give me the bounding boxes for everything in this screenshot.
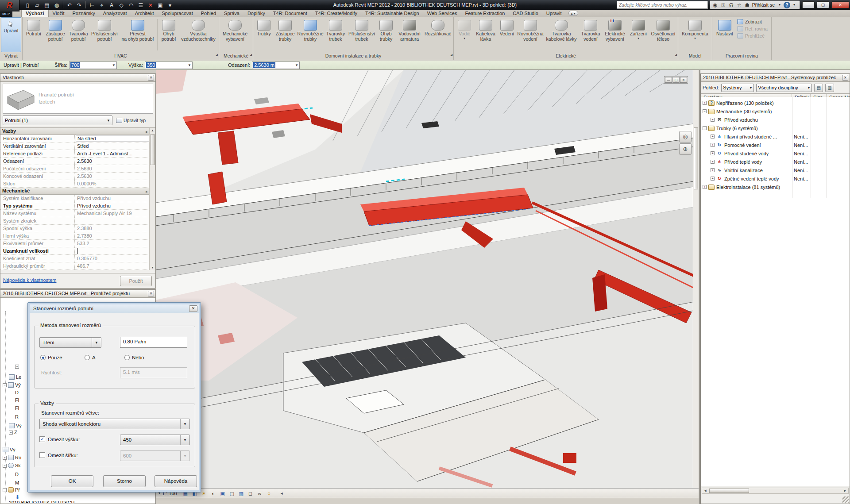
tab-spr-va[interactable]: Správa — [220, 10, 243, 17]
menu-arrow-icon[interactable]: ▾ — [459, 37, 470, 40]
cable-tray-button[interactable]: Kabeloválávka — [474, 17, 497, 52]
set-work-plane-button[interactable]: Nastavit — [713, 17, 736, 52]
subscription-icon[interactable]: ☊ — [727, 1, 735, 8]
ribbon-group-caption[interactable]: Mechanické◢ — [219, 52, 253, 60]
ribbon-group-caption[interactable]: HVAC◢ — [23, 52, 219, 60]
limit-width-checkbox[interactable]: Omezit šířku: — [39, 452, 78, 458]
cable-tray-fitting-button[interactable]: Tvarovkakabelové lávky — [544, 17, 579, 52]
properties-help-link[interactable]: Nápověda k vlastnostem — [3, 277, 56, 283]
property-value[interactable]: 533.2 — [75, 240, 149, 247]
component-button[interactable]: Komponenta▾ — [679, 17, 711, 52]
sizing-method-combo[interactable]: Tření▼ — [39, 337, 101, 348]
close-button[interactable]: ✕ — [831, 1, 849, 8]
width-combo[interactable]: 700▼ — [69, 62, 117, 69]
tab-spolupracovat[interactable]: Spolupracovat — [158, 10, 197, 17]
browser-tree-item[interactable]: Le — [9, 374, 21, 380]
expand-icon[interactable]: + — [703, 185, 707, 189]
browser-tree-item[interactable]: −Vý — [3, 382, 21, 388]
property-value[interactable] — [75, 217, 149, 224]
show-crop-region-icon[interactable]: ▧ — [237, 490, 245, 497]
view-combo[interactable]: Systémy▼ — [721, 84, 754, 92]
expand-icon[interactable]: + — [711, 135, 715, 139]
collapse-icon[interactable]: « — [143, 131, 150, 133]
tab-t4r-sustainable-design[interactable]: T4R: Sustainable Design — [361, 10, 423, 17]
favorites-star-icon[interactable]: ☆ — [735, 1, 743, 8]
branch-sizing-combo[interactable]: Shoda velikosti konektoru▼ — [39, 419, 190, 429]
unlocked-view-icon[interactable]: ◻ — [247, 490, 255, 497]
redo-icon[interactable]: ↷ — [75, 1, 84, 9]
convert-to-flex-duct-button[interactable]: Převéstna ohyb potrubí — [119, 17, 156, 52]
dialog-launcher-icon[interactable]: ◢ — [250, 51, 252, 58]
close-icon[interactable]: ✕ — [189, 305, 197, 312]
type-selector[interactable]: Potrubí (1) ▼ — [3, 115, 112, 125]
drawing-area[interactable]: — ▢ ✕ ◎ ⊕ ▾ 1 : 100 ▦◧☀◐▣▢▧◻∞○ ◂ — [156, 70, 699, 504]
pipe-placeholder-button[interactable]: Zástupcetrubky — [274, 17, 297, 52]
collapse-icon[interactable]: − — [3, 488, 7, 492]
section-header[interactable]: Mechanické« — [0, 188, 155, 195]
view-restore-icon[interactable]: ▢ — [672, 77, 680, 83]
duct-placeholder-button[interactable]: Zástupcepotrubí — [44, 17, 67, 52]
section-icon[interactable]: ◠ — [127, 1, 135, 9]
chevron-down-icon[interactable]: ▼ — [112, 63, 116, 67]
modify-cursor-button[interactable]: Upravit — [1, 17, 21, 52]
system-tree-row[interactable]: +↻Zpětné vedení teplé vodyNení... — [701, 174, 850, 183]
application-menu-button[interactable]: R — [0, 0, 19, 12]
tab-analyzovat[interactable]: Analyzovat — [99, 10, 131, 17]
property-value[interactable]: Arch -Level 1 - Administ... — [75, 150, 149, 157]
steering-wheel-icon[interactable]: ◎ — [679, 131, 692, 142]
undo-icon[interactable]: ↶ — [65, 1, 74, 9]
system-tree-row[interactable]: +⋔Hlavní přívod studené ...Není... — [701, 132, 850, 141]
parallel-conduits-button[interactable]: Rovnoběžnávedení — [517, 17, 544, 52]
collapse-icon[interactable]: − — [3, 383, 7, 387]
expand-icon[interactable]: + — [711, 177, 715, 181]
edit-type-button[interactable]: Upravit typ — [114, 115, 153, 125]
key-icon[interactable]: ⚿ — [719, 1, 727, 8]
column-settings-icon[interactable]: ▥ — [825, 84, 834, 92]
system-tree-row[interactable]: +⊠Přívod vzduchu — [701, 115, 850, 124]
pipe-accessory-button[interactable]: Příslušenstvítrubek — [347, 17, 376, 52]
system-tree-row[interactable]: +?Nepřiřazeno (130 položek) — [701, 99, 850, 107]
ribbon-group-caption[interactable]: Elektrické◢ — [454, 52, 678, 60]
close-hidden-windows-icon[interactable]: ✕ — [146, 1, 155, 9]
reveal-hidden-elements-icon[interactable]: ○ — [265, 490, 273, 497]
collapse-icon[interactable]: − — [3, 464, 7, 468]
duct-accessory-button[interactable]: Příslušenstvípotrubí — [90, 17, 119, 52]
chevron-down-icon[interactable]: ▼ — [188, 63, 192, 67]
property-value[interactable]: 2.3880 — [75, 225, 149, 232]
rendering-dialog-icon[interactable]: ▣ — [219, 490, 227, 497]
save-icon[interactable]: ▤ — [42, 1, 51, 9]
expand-icon[interactable]: + — [711, 160, 715, 164]
plumbing-fixture-button[interactable]: Vodovodníarmatura — [396, 17, 423, 52]
tab-pozn-mky[interactable]: Poznámky — [68, 10, 99, 17]
tab-t4r-document[interactable]: T4R: Document — [269, 10, 311, 17]
restore-button[interactable]: ▢ — [817, 1, 829, 8]
crop-view-icon[interactable]: ▢ — [228, 490, 236, 497]
vertical-scrollbar[interactable] — [693, 70, 699, 488]
close-icon[interactable]: ✕ — [842, 75, 848, 81]
help-dropdown-icon[interactable]: ▾ — [790, 1, 798, 8]
reference-plane-button[interactable]: Ref. rovina — [737, 26, 768, 31]
browser-tree-item[interactable]: +Ro — [3, 455, 21, 460]
friction-value-input[interactable]: 0.80 Pa/m — [120, 337, 187, 348]
system-tree[interactable]: +?Nepřiřazeno (130 položek)−Mechanické (… — [701, 97, 850, 486]
expand-icon[interactable]: + — [15, 365, 19, 369]
conduit-button[interactable]: Vedení — [497, 17, 517, 52]
property-value[interactable]: Přívod vzduchu — [75, 195, 149, 202]
discipline-combo[interactable]: Všechny disciplíny▼ — [756, 84, 812, 92]
duct-fitting-button[interactable]: Tvarovkapotrubí — [67, 17, 90, 52]
chevron-down-icon[interactable]: ▼ — [107, 119, 110, 123]
radio-and[interactable]: A — [85, 355, 96, 360]
parallel-pipes-button[interactable]: Rovnoběžnétrubky — [297, 17, 324, 52]
dimension-icon[interactable]: ⌖ — [97, 1, 106, 9]
browser-tree-item[interactable]: −Z — [9, 430, 17, 435]
radio-or[interactable]: Nebo — [124, 355, 144, 360]
close-icon[interactable]: ✕ — [148, 291, 154, 296]
view-close-icon[interactable]: ✕ — [680, 77, 687, 83]
project-browser-title[interactable]: 2010 BIBLIOTHEK DEUTSCH MEP.rvt - Prohlí… — [0, 290, 155, 298]
system-tree-row[interactable]: +∿Vnitřní kanalizaceNení... — [701, 166, 850, 174]
property-value[interactable]: Přívod vzduchu — [75, 202, 149, 209]
property-value[interactable]: Mechanical Supply Air 19 — [75, 210, 149, 217]
menu-arrow-icon[interactable]: ▾ — [682, 37, 708, 40]
new-file-icon[interactable]: ▯ — [23, 1, 32, 9]
tab-upravit[interactable]: Upravit — [542, 10, 566, 17]
